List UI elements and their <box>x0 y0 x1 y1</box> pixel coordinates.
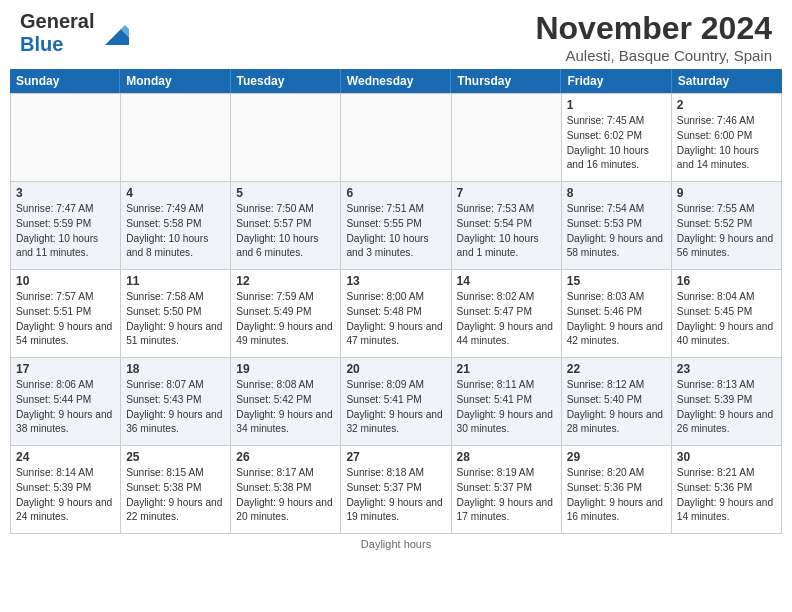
header-saturday: Saturday <box>672 69 782 93</box>
day-cell-5: 5 Sunrise: 7:50 AMSunset: 5:57 PMDayligh… <box>231 182 341 270</box>
day-number: 1 <box>567 98 666 112</box>
day-number: 11 <box>126 274 225 288</box>
day-number: 10 <box>16 274 115 288</box>
day-cell-13: 13 Sunrise: 8:00 AMSunset: 5:48 PMDaylig… <box>341 270 451 358</box>
day-cell-27: 27 Sunrise: 8:18 AMSunset: 5:37 PMDaylig… <box>341 446 451 534</box>
empty-cell <box>121 94 231 182</box>
day-info: Sunrise: 7:53 AMSunset: 5:54 PMDaylight:… <box>457 202 556 261</box>
header-sunday: Sunday <box>10 69 120 93</box>
day-info: Sunrise: 8:08 AMSunset: 5:42 PMDaylight:… <box>236 378 335 437</box>
title-section: November 2024 Aulesti, Basque Country, S… <box>535 10 772 64</box>
day-info: Sunrise: 8:20 AMSunset: 5:36 PMDaylight:… <box>567 466 666 525</box>
day-info: Sunrise: 8:04 AMSunset: 5:45 PMDaylight:… <box>677 290 776 349</box>
day-number: 16 <box>677 274 776 288</box>
day-info: Sunrise: 7:46 AMSunset: 6:00 PMDaylight:… <box>677 114 776 173</box>
day-info: Sunrise: 8:18 AMSunset: 5:37 PMDaylight:… <box>346 466 445 525</box>
header-monday: Monday <box>120 69 230 93</box>
day-cell-24: 24 Sunrise: 8:14 AMSunset: 5:39 PMDaylig… <box>11 446 121 534</box>
month-title: November 2024 <box>535 10 772 47</box>
daylight-label: Daylight hours <box>361 538 431 550</box>
day-info: Sunrise: 8:02 AMSunset: 5:47 PMDaylight:… <box>457 290 556 349</box>
day-info: Sunrise: 8:13 AMSunset: 5:39 PMDaylight:… <box>677 378 776 437</box>
day-cell-23: 23 Sunrise: 8:13 AMSunset: 5:39 PMDaylig… <box>672 358 782 446</box>
day-info: Sunrise: 8:21 AMSunset: 5:36 PMDaylight:… <box>677 466 776 525</box>
day-number: 29 <box>567 450 666 464</box>
day-info: Sunrise: 7:45 AMSunset: 6:02 PMDaylight:… <box>567 114 666 173</box>
day-number: 6 <box>346 186 445 200</box>
day-number: 24 <box>16 450 115 464</box>
week-row-5: 24 Sunrise: 8:14 AMSunset: 5:39 PMDaylig… <box>11 446 782 534</box>
day-info: Sunrise: 8:14 AMSunset: 5:39 PMDaylight:… <box>16 466 115 525</box>
calendar-header: Sunday Monday Tuesday Wednesday Thursday… <box>10 69 782 93</box>
day-info: Sunrise: 7:59 AMSunset: 5:49 PMDaylight:… <box>236 290 335 349</box>
day-cell-16: 16 Sunrise: 8:04 AMSunset: 5:45 PMDaylig… <box>672 270 782 358</box>
day-number: 3 <box>16 186 115 200</box>
day-number: 2 <box>677 98 776 112</box>
day-cell-17: 17 Sunrise: 8:06 AMSunset: 5:44 PMDaylig… <box>11 358 121 446</box>
empty-cell <box>11 94 121 182</box>
day-number: 9 <box>677 186 776 200</box>
day-number: 12 <box>236 274 335 288</box>
week-row-3: 10 Sunrise: 7:57 AMSunset: 5:51 PMDaylig… <box>11 270 782 358</box>
day-number: 23 <box>677 362 776 376</box>
day-info: Sunrise: 7:47 AMSunset: 5:59 PMDaylight:… <box>16 202 115 261</box>
day-cell-7: 7 Sunrise: 7:53 AMSunset: 5:54 PMDayligh… <box>452 182 562 270</box>
day-number: 5 <box>236 186 335 200</box>
day-cell-2: 2 Sunrise: 7:46 AMSunset: 6:00 PMDayligh… <box>672 94 782 182</box>
day-info: Sunrise: 7:55 AMSunset: 5:52 PMDaylight:… <box>677 202 776 261</box>
day-info: Sunrise: 8:17 AMSunset: 5:38 PMDaylight:… <box>236 466 335 525</box>
logo: General Blue <box>20 10 129 56</box>
day-info: Sunrise: 8:09 AMSunset: 5:41 PMDaylight:… <box>346 378 445 437</box>
day-number: 19 <box>236 362 335 376</box>
empty-cell <box>452 94 562 182</box>
day-number: 7 <box>457 186 556 200</box>
day-cell-18: 18 Sunrise: 8:07 AMSunset: 5:43 PMDaylig… <box>121 358 231 446</box>
day-number: 8 <box>567 186 666 200</box>
day-cell-21: 21 Sunrise: 8:11 AMSunset: 5:41 PMDaylig… <box>452 358 562 446</box>
day-info: Sunrise: 8:15 AMSunset: 5:38 PMDaylight:… <box>126 466 225 525</box>
header-thursday: Thursday <box>451 69 561 93</box>
day-info: Sunrise: 8:06 AMSunset: 5:44 PMDaylight:… <box>16 378 115 437</box>
day-cell-15: 15 Sunrise: 8:03 AMSunset: 5:46 PMDaylig… <box>562 270 672 358</box>
day-cell-22: 22 Sunrise: 8:12 AMSunset: 5:40 PMDaylig… <box>562 358 672 446</box>
day-cell-6: 6 Sunrise: 7:51 AMSunset: 5:55 PMDayligh… <box>341 182 451 270</box>
day-number: 14 <box>457 274 556 288</box>
day-info: Sunrise: 7:49 AMSunset: 5:58 PMDaylight:… <box>126 202 225 261</box>
header-wednesday: Wednesday <box>341 69 451 93</box>
day-number: 26 <box>236 450 335 464</box>
calendar-body: 1 Sunrise: 7:45 AMSunset: 6:02 PMDayligh… <box>10 93 782 534</box>
day-cell-14: 14 Sunrise: 8:02 AMSunset: 5:47 PMDaylig… <box>452 270 562 358</box>
week-row-2: 3 Sunrise: 7:47 AMSunset: 5:59 PMDayligh… <box>11 182 782 270</box>
day-info: Sunrise: 7:51 AMSunset: 5:55 PMDaylight:… <box>346 202 445 261</box>
day-info: Sunrise: 8:11 AMSunset: 5:41 PMDaylight:… <box>457 378 556 437</box>
day-info: Sunrise: 8:00 AMSunset: 5:48 PMDaylight:… <box>346 290 445 349</box>
day-number: 20 <box>346 362 445 376</box>
footer: Daylight hours <box>0 538 792 550</box>
day-info: Sunrise: 8:07 AMSunset: 5:43 PMDaylight:… <box>126 378 225 437</box>
day-number: 25 <box>126 450 225 464</box>
day-cell-20: 20 Sunrise: 8:09 AMSunset: 5:41 PMDaylig… <box>341 358 451 446</box>
day-cell-9: 9 Sunrise: 7:55 AMSunset: 5:52 PMDayligh… <box>672 182 782 270</box>
day-number: 28 <box>457 450 556 464</box>
page-container: General Blue November 2024 Aulesti, Basq… <box>0 0 792 550</box>
day-number: 27 <box>346 450 445 464</box>
day-number: 4 <box>126 186 225 200</box>
day-cell-25: 25 Sunrise: 8:15 AMSunset: 5:38 PMDaylig… <box>121 446 231 534</box>
logo-general: General <box>20 10 94 32</box>
day-number: 30 <box>677 450 776 464</box>
day-cell-29: 29 Sunrise: 8:20 AMSunset: 5:36 PMDaylig… <box>562 446 672 534</box>
day-cell-30: 30 Sunrise: 8:21 AMSunset: 5:36 PMDaylig… <box>672 446 782 534</box>
header-friday: Friday <box>561 69 671 93</box>
day-info: Sunrise: 7:58 AMSunset: 5:50 PMDaylight:… <box>126 290 225 349</box>
day-info: Sunrise: 8:03 AMSunset: 5:46 PMDaylight:… <box>567 290 666 349</box>
day-number: 15 <box>567 274 666 288</box>
day-cell-11: 11 Sunrise: 7:58 AMSunset: 5:50 PMDaylig… <box>121 270 231 358</box>
calendar: Sunday Monday Tuesday Wednesday Thursday… <box>10 69 782 534</box>
header-tuesday: Tuesday <box>231 69 341 93</box>
week-row-1: 1 Sunrise: 7:45 AMSunset: 6:02 PMDayligh… <box>11 94 782 182</box>
day-info: Sunrise: 7:50 AMSunset: 5:57 PMDaylight:… <box>236 202 335 261</box>
day-cell-26: 26 Sunrise: 8:17 AMSunset: 5:38 PMDaylig… <box>231 446 341 534</box>
day-cell-28: 28 Sunrise: 8:19 AMSunset: 5:37 PMDaylig… <box>452 446 562 534</box>
day-cell-1: 1 Sunrise: 7:45 AMSunset: 6:02 PMDayligh… <box>562 94 672 182</box>
week-row-4: 17 Sunrise: 8:06 AMSunset: 5:44 PMDaylig… <box>11 358 782 446</box>
